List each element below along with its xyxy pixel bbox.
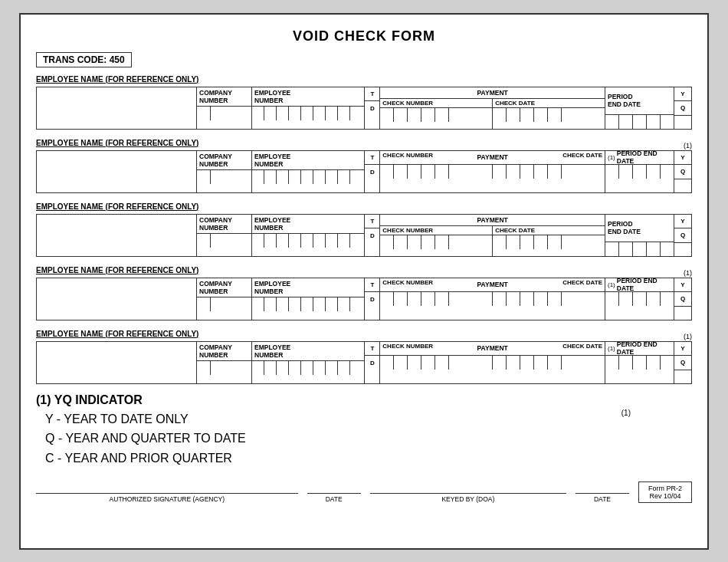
emp-name-label-3: EMPLOYEE NAME (FOR REFERENCE ONLY) (36, 202, 198, 211)
footnote-title: (1) YQ INDICATOR (36, 393, 621, 407)
emp-name-box-4[interactable] (36, 278, 197, 320)
cn-cell-1-1[interactable] (380, 108, 394, 122)
cd-cell-1-6[interactable] (562, 108, 576, 122)
pe-cell-1-1[interactable] (605, 115, 619, 129)
emp-name-box-3[interactable] (36, 214, 197, 257)
emp-cell-1-6[interactable] (313, 107, 326, 120)
emp-cell-1-2[interactable] (264, 107, 277, 120)
emp-name-label-4: EMPLOYEE NAME (FOR REFERENCE ONLY) (36, 266, 198, 274)
emp-cell-1-1[interactable] (252, 107, 264, 120)
company-cells-2 (197, 169, 251, 183)
sig-date2-label: DATE (594, 495, 611, 503)
emp-cell-1-4[interactable] (289, 107, 301, 120)
period-block-2: (1) PERIOD END DATE (605, 151, 674, 192)
emp-cell-1-7[interactable] (326, 107, 338, 120)
employee-block-1: EMPLOYEE NUMBER (252, 87, 365, 129)
signature-row: AUTHORIZED SIGNATURE (AGENCY) DATE KEYED… (36, 478, 692, 503)
company-block-3: COMPANY NUMBER (197, 215, 252, 256)
period-cells-1 (605, 115, 674, 129)
cn-cell-1-2[interactable] (394, 108, 408, 122)
cd-cell-1-3[interactable] (520, 108, 534, 122)
employee-label-1: EMPLOYEE (252, 87, 364, 97)
y-label-1[interactable]: Y (674, 87, 691, 101)
company-number-label-1: NUMBER (197, 97, 251, 106)
page-title: VOID CHECK FORM (36, 28, 692, 44)
sig-date1: DATE (307, 478, 361, 503)
cn-cell-1-5[interactable] (435, 108, 449, 122)
d-label-1[interactable]: D (365, 101, 379, 115)
check-date-label-2: CHECK DATE (560, 151, 605, 159)
form-id: Form PR-2 (644, 485, 687, 492)
q-label-1[interactable]: Q (674, 101, 691, 115)
emp-name-box-5[interactable] (36, 341, 197, 384)
employee-block-2: EMPLOYEE NUMBER (252, 151, 365, 192)
period-label-1: PERIOD END DATE (605, 87, 674, 115)
company-cells-1 (197, 106, 251, 120)
sig-date2-line[interactable] (576, 478, 629, 494)
pe-cell-1-4[interactable] (647, 115, 661, 129)
fields-block-2: COMPANY NUMBER EMPLOYEE NUMBER T (197, 150, 692, 193)
company-label-1: COMPANY (197, 87, 251, 97)
check-num-label-2: CHECK NUMBER (380, 151, 435, 159)
employee-cells-2 (252, 169, 364, 183)
cd-cell-1-2[interactable] (507, 108, 520, 122)
fields-block-3: COMPANY NUMBER EMPLOYEE NUMBER T D (197, 214, 692, 257)
yq-cell-1[interactable] (674, 115, 691, 129)
company-cell-2[interactable] (211, 107, 225, 120)
sig-keyed-label: KEYED BY (DOA) (441, 495, 494, 503)
cd-cell-1-4[interactable] (534, 108, 548, 122)
payment-overlap-label-2: PAYMENT (476, 151, 510, 163)
pe-cell-1-2[interactable] (619, 115, 633, 129)
sig-agency: AUTHORIZED SIGNATURE (AGENCY) (36, 478, 298, 503)
check-date-label-1: CHECK DATE (493, 99, 605, 107)
company-cell-1[interactable] (197, 107, 211, 120)
cn-cell-1-4[interactable] (421, 108, 435, 122)
entry-row-4: COMPANY NUMBER EMPLOYEE NUMBER T D (36, 278, 692, 320)
emp-cell-1-9[interactable] (350, 107, 362, 120)
employee-label-2: EMPLOYEE (252, 151, 364, 160)
footnote-y: Y - YEAR TO DATE ONLY (45, 409, 621, 429)
employee-number-label-2: NUMBER (252, 160, 364, 169)
t-label-1[interactable]: T (365, 87, 379, 101)
payment-outer-1: PAYMENT CHECK NUMBER (380, 87, 605, 129)
pe-cell-1-5[interactable] (661, 115, 674, 129)
emp-cell-1-8[interactable] (338, 107, 350, 120)
cd-cell-1-1[interactable] (493, 108, 507, 122)
footer-section: (1) YQ INDICATOR Y - YEAR TO DATE ONLY Q… (36, 393, 692, 468)
cn-cell-1-3[interactable] (408, 108, 421, 122)
fields-block-1: COMPANY NUMBER EMPLOYEE NUMBER (197, 87, 692, 130)
company-cell-2-2[interactable] (211, 170, 225, 184)
sig-date1-line[interactable] (307, 478, 361, 494)
check-date-block-1: CHECK DATE (493, 99, 605, 129)
pe-cell-1-3[interactable] (633, 115, 647, 129)
entry-row-3: COMPANY NUMBER EMPLOYEE NUMBER T D (36, 214, 692, 257)
emp-name-box-1[interactable] (36, 87, 197, 130)
sig-agency-label: AUTHORIZED SIGNATURE (AGENCY) (110, 495, 225, 503)
td-block-1: T D (365, 87, 380, 129)
payment-outer-2: CHECK NUMBER PAYMENT CHECK DATE (380, 151, 605, 192)
cn-cell-1-6[interactable] (449, 108, 463, 122)
emp-name-box-2[interactable] (36, 150, 197, 193)
sig-keyed-line[interactable] (370, 478, 566, 494)
check-num-block-1: CHECK NUMBER (380, 99, 493, 129)
yq-block-2: Y Q (674, 151, 691, 192)
company-block-1: COMPANY NUMBER (197, 87, 252, 129)
emp-name-label-1: EMPLOYEE NAME (FOR REFERENCE ONLY) (36, 75, 198, 84)
company-cell-2-1[interactable] (197, 170, 211, 184)
fields-top-1: COMPANY NUMBER EMPLOYEE NUMBER (197, 87, 691, 130)
company-number-label-2: NUMBER (197, 160, 251, 169)
emp-cell-1-3[interactable] (277, 107, 289, 120)
yq-block-1: Y Q (674, 87, 691, 129)
emp-name-label-5: EMPLOYEE NAME (FOR REFERENCE ONLY) (36, 330, 198, 338)
emp-cell-1-5[interactable] (301, 107, 313, 120)
page: VOID CHECK FORM TRANS CODE: 450 EMPLOYEE… (19, 13, 709, 550)
sig-date2: DATE (576, 478, 629, 503)
footnote-c: C - YEAR AND PRIOR QUARTER (45, 449, 621, 468)
entry-row-2: COMPANY NUMBER EMPLOYEE NUMBER T (36, 150, 692, 193)
payment-header-1: PAYMENT (380, 87, 605, 99)
entry-row-1: COMPANY NUMBER EMPLOYEE NUMBER (36, 87, 692, 130)
company-block-2: COMPANY NUMBER (197, 151, 252, 192)
cd-cell-1-5[interactable] (548, 108, 562, 122)
sig-agency-line[interactable] (36, 478, 298, 494)
check-num-label-1: CHECK NUMBER (380, 99, 492, 107)
